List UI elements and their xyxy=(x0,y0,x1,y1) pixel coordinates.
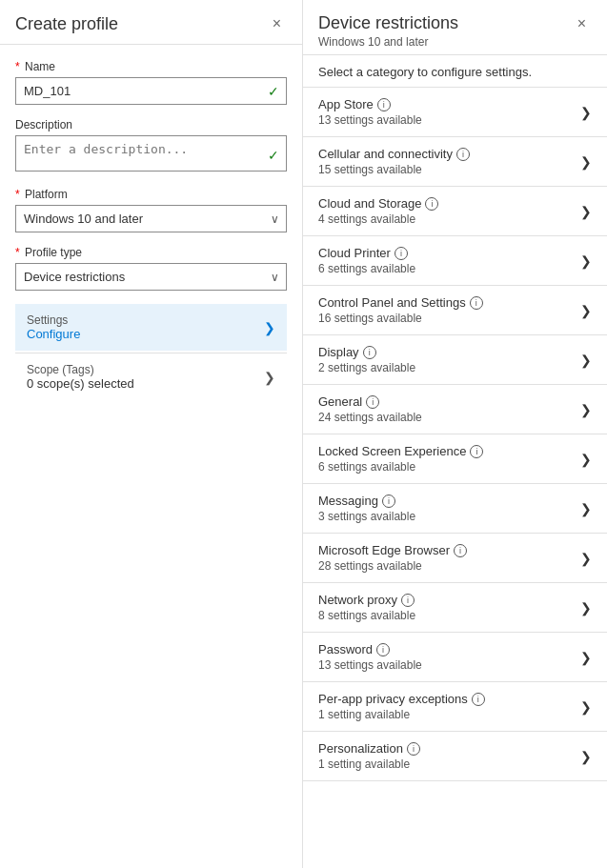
description-field-group: Description ✓ xyxy=(15,118,287,174)
category-count: 3 settings available xyxy=(318,510,580,523)
category-name: App Store i xyxy=(318,97,580,111)
info-icon: i xyxy=(382,495,395,508)
category-name: Password i xyxy=(318,642,580,656)
info-icon: i xyxy=(456,148,470,161)
left-panel-close-button[interactable]: × xyxy=(267,13,287,34)
platform-field-group: * Platform Windows 10 and later iOS/iPad… xyxy=(15,188,287,232)
category-item[interactable]: Control Panel and Settings i 16 settings… xyxy=(303,286,607,335)
category-item[interactable]: Cloud Printer i 6 settings available ❯ xyxy=(303,236,607,286)
category-name-text: Cloud Printer xyxy=(318,246,391,260)
category-info: Per-app privacy exceptions i 1 setting a… xyxy=(318,692,580,721)
platform-select[interactable]: Windows 10 and later iOS/iPadOS Android … xyxy=(15,205,287,232)
category-item[interactable]: Password i 13 settings available ❯ xyxy=(303,633,607,682)
category-info: Messaging i 3 settings available xyxy=(318,494,580,523)
category-count: 13 settings available xyxy=(318,113,580,127)
category-count: 15 settings available xyxy=(318,163,580,176)
platform-select-wrapper: Windows 10 and later iOS/iPadOS Android … xyxy=(15,205,287,232)
scope-nav-item[interactable]: Scope (Tags) 0 scope(s) selected ❯ xyxy=(15,353,287,400)
category-count: 13 settings available xyxy=(318,658,580,672)
category-chevron-icon: ❯ xyxy=(580,650,592,665)
right-header-info: Device restrictions Windows 10 and later xyxy=(318,13,572,49)
category-item[interactable]: Cellular and connectivity i 15 settings … xyxy=(303,137,607,187)
category-item[interactable]: Messaging i 3 settings available ❯ xyxy=(303,484,607,534)
category-name: Locked Screen Experience i xyxy=(318,444,580,458)
category-count: 4 settings available xyxy=(318,212,580,226)
category-name-text: App Store xyxy=(318,97,374,111)
category-count: 1 setting available xyxy=(318,708,580,721)
category-name: Network proxy i xyxy=(318,593,580,607)
info-icon: i xyxy=(470,296,483,310)
right-panel: Device restrictions Windows 10 and later… xyxy=(303,0,607,868)
info-icon: i xyxy=(363,346,376,359)
info-icon: i xyxy=(454,544,467,557)
settings-nav-right: ❯ xyxy=(264,320,275,335)
category-item[interactable]: Display i 2 settings available ❯ xyxy=(303,335,607,385)
category-item[interactable]: App Store i 13 settings available ❯ xyxy=(303,88,607,137)
category-chevron-icon: ❯ xyxy=(580,253,592,269)
category-name: General i xyxy=(318,394,580,409)
right-panel-header: Device restrictions Windows 10 and later… xyxy=(303,0,607,55)
left-panel: Create profile × * Name ✓ Description ✓ xyxy=(0,0,303,868)
category-chevron-icon: ❯ xyxy=(580,303,592,318)
scope-nav-label: Scope (Tags) xyxy=(27,363,134,376)
category-count: 16 settings available xyxy=(318,312,580,325)
info-icon: i xyxy=(401,594,415,607)
category-chevron-icon: ❯ xyxy=(580,501,592,516)
category-info: Network proxy i 8 settings available xyxy=(318,593,580,622)
category-name: Cellular and connectivity i xyxy=(318,147,580,161)
category-name: Cloud Printer i xyxy=(318,246,580,260)
description-input-wrapper: ✓ xyxy=(15,135,287,174)
category-info: Display i 2 settings available xyxy=(318,345,580,374)
platform-required-marker: * xyxy=(15,188,20,201)
category-item[interactable]: Personalization i 1 setting available ❯ xyxy=(303,732,607,781)
settings-nav-item[interactable]: Settings Configure ❯ xyxy=(15,304,287,351)
info-icon: i xyxy=(472,693,485,706)
category-name-text: Per-app privacy exceptions xyxy=(318,692,468,706)
category-count: 6 settings available xyxy=(318,262,580,275)
category-chevron-icon: ❯ xyxy=(580,204,592,219)
category-item[interactable]: Locked Screen Experience i 6 settings av… xyxy=(303,434,607,484)
category-info: Password i 13 settings available xyxy=(318,642,580,672)
name-checkmark: ✓ xyxy=(268,84,279,99)
name-input[interactable] xyxy=(15,77,287,105)
left-panel-content: * Name ✓ Description ✓ * Platform xyxy=(0,45,302,868)
category-name: Per-app privacy exceptions i xyxy=(318,692,580,706)
category-item[interactable]: Network proxy i 8 settings available ❯ xyxy=(303,583,607,633)
info-icon: i xyxy=(425,197,438,211)
right-panel-close-button[interactable]: × xyxy=(572,13,592,34)
category-chevron-icon: ❯ xyxy=(580,749,592,764)
category-name: Microsoft Edge Browser i xyxy=(318,543,580,557)
category-count: 2 settings available xyxy=(318,361,580,374)
category-count: 24 settings available xyxy=(318,411,580,424)
category-name-text: Cellular and connectivity xyxy=(318,147,453,161)
category-info: Locked Screen Experience i 6 settings av… xyxy=(318,444,580,474)
category-name: Messaging i xyxy=(318,494,580,508)
profile-type-select-wrapper: Device restrictions Device features Endp… xyxy=(15,263,287,291)
settings-nav-label: Settings xyxy=(27,313,80,327)
category-name-text: Personalization xyxy=(318,741,403,756)
category-count: 28 settings available xyxy=(318,559,580,573)
category-name-text: General xyxy=(318,394,362,409)
category-name-text: Locked Screen Experience xyxy=(318,444,466,458)
category-item[interactable]: Cloud and Storage i 4 settings available… xyxy=(303,187,607,236)
right-panel-description: Select a category to configure settings. xyxy=(303,55,607,88)
category-count: 6 settings available xyxy=(318,460,580,474)
category-item[interactable]: Per-app privacy exceptions i 1 setting a… xyxy=(303,682,607,732)
category-name-text: Control Panel and Settings xyxy=(318,295,466,310)
category-item[interactable]: Microsoft Edge Browser i 28 settings ava… xyxy=(303,534,607,583)
category-info: Personalization i 1 setting available xyxy=(318,741,580,771)
category-info: Cloud and Storage i 4 settings available xyxy=(318,196,580,226)
description-textarea[interactable] xyxy=(15,135,287,172)
category-chevron-icon: ❯ xyxy=(580,105,592,120)
category-item[interactable]: General i 24 settings available ❯ xyxy=(303,385,607,434)
description-checkmark: ✓ xyxy=(268,148,279,163)
scope-nav-text: Scope (Tags) 0 scope(s) selected xyxy=(27,363,134,391)
category-name: Control Panel and Settings i xyxy=(318,295,580,310)
description-label: Description xyxy=(15,118,287,131)
category-info: Cloud Printer i 6 settings available xyxy=(318,246,580,275)
profile-type-field-group: * Profile type Device restrictions Devic… xyxy=(15,246,287,291)
category-info: General i 24 settings available xyxy=(318,394,580,424)
profile-type-select[interactable]: Device restrictions Device features Endp… xyxy=(15,263,287,291)
scope-nav-value: 0 scope(s) selected xyxy=(27,376,134,391)
category-name: Display i xyxy=(318,345,580,359)
